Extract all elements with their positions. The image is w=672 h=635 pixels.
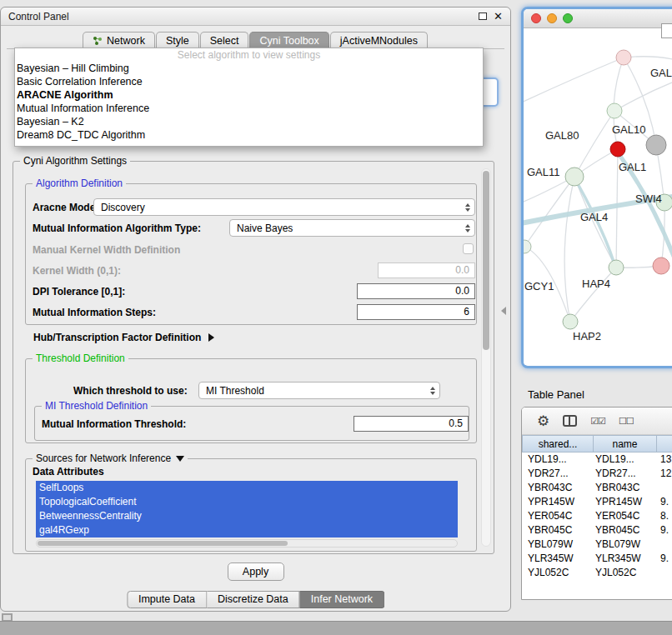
algorithm-option[interactable]: Dream8 DC_TDC Algorithm — [15, 128, 483, 142]
node[interactable] — [609, 260, 624, 275]
tab-label: Select — [210, 35, 239, 47]
table-cell: YBR043C — [522, 481, 594, 495]
tab-label: Network — [107, 35, 145, 47]
table-cell — [657, 566, 672, 580]
algorithm-option[interactable]: ARACNE Algorithm — [15, 88, 483, 102]
float-window-icon[interactable] — [479, 12, 487, 20]
gear-icon[interactable]: ⚙ — [537, 414, 549, 428]
algorithm-option[interactable]: Mutual Information Inference — [15, 102, 483, 115]
tab-network[interactable]: Network — [83, 32, 155, 49]
minimize-traffic-light-icon[interactable] — [547, 13, 557, 23]
tab-jactivemnodules[interactable]: jActiveMNodules — [330, 32, 428, 49]
mi-threshold-definition-title: MI Threshold Definition — [42, 400, 151, 412]
table-cell: YDR27... — [522, 467, 594, 481]
node-gray[interactable] — [646, 135, 666, 155]
table-row[interactable]: YDR27...YDR27...12 — [522, 467, 672, 481]
algorithm-definition-title: Algorithm Definition — [33, 178, 126, 189]
node-label: GAL80 — [545, 129, 579, 142]
node-label: GAL — [650, 67, 672, 79]
algorithm-option[interactable]: Basic Correlation Inference — [15, 75, 483, 88]
table-cell: YDL19... — [594, 452, 657, 467]
tab-select[interactable]: Select — [200, 32, 249, 49]
column-header-name[interactable]: name — [594, 435, 657, 452]
hub-transcription-factor-expander[interactable]: Hub/Transcription Factor Definition — [33, 332, 214, 343]
table-row[interactable]: YBR043CYBR043C — [522, 481, 672, 495]
columns-icon[interactable] — [563, 415, 577, 427]
table-cell: 9. — [657, 495, 672, 509]
mi-steps-field[interactable]: 6 — [357, 304, 475, 320]
node[interactable] — [524, 240, 531, 253]
node[interactable] — [565, 168, 584, 186]
table-cell: 12 — [657, 467, 672, 481]
column-header-shared-name[interactable]: shared... — [522, 435, 594, 452]
select-columns-icon[interactable]: ☑☑ — [590, 416, 605, 427]
table-row[interactable]: YDL19...YDL19...13 — [522, 452, 672, 467]
mi-threshold-definition-group: MI Threshold Definition Mutual Informati… — [34, 406, 469, 441]
table-panel-title: Table Panel — [528, 388, 584, 401]
sources-title[interactable]: Sources for Network Inference — [33, 452, 188, 464]
table-cell — [657, 481, 672, 495]
aracne-mode-label: Aracne Mode: — [33, 202, 98, 213]
node-label: GAL4 — [580, 211, 608, 223]
table-cell: YJL052C — [522, 566, 594, 580]
scrollbar-thumb[interactable] — [38, 541, 288, 546]
birdseye-view[interactable] — [661, 23, 672, 38]
table-row[interactable]: YLR345WYLR345W9. — [522, 552, 672, 566]
mi-algorithm-type-select[interactable]: Naive Bayes — [229, 219, 475, 237]
node[interactable] — [616, 50, 631, 65]
combo-arrows-icon — [425, 387, 435, 395]
attribute-list-item[interactable]: TopologicalCoefficient — [36, 495, 458, 509]
mi-threshold-field[interactable]: 0.5 — [354, 416, 469, 432]
node-selected-red[interactable] — [610, 142, 625, 157]
close-traffic-light-icon[interactable] — [531, 13, 541, 23]
node[interactable] — [563, 314, 578, 329]
deselect-columns-icon[interactable]: ☐☐ — [619, 416, 634, 427]
table-cell: YDL19... — [522, 452, 594, 467]
kernel-width-label: Kernel Width (0,1): — [33, 265, 121, 277]
apply-button[interactable]: Apply — [228, 562, 284, 581]
settings-vertical-scrollbar[interactable] — [481, 168, 491, 547]
manual-kernel-width-label: Manual Kernel Width Definition — [33, 244, 180, 256]
manual-kernel-width-checkbox[interactable] — [463, 243, 474, 254]
attribute-list-item[interactable]: BetweennessCentrality — [36, 509, 458, 523]
aracne-mode-select[interactable]: Discovery — [93, 198, 475, 216]
tab-infer-network[interactable]: Infer Network — [300, 591, 384, 608]
node-pink[interactable] — [653, 258, 669, 274]
dpi-tolerance-field[interactable]: 0.0 — [357, 283, 475, 299]
algorithm-option[interactable]: Bayesian – Hill Climbing — [15, 62, 483, 75]
kernel-width-field[interactable]: 0.0 — [378, 262, 475, 278]
node-label: GCY1 — [524, 280, 554, 292]
table-row[interactable]: YJL052CYJL052C — [522, 566, 672, 580]
zoom-traffic-light-icon[interactable] — [563, 13, 573, 23]
attributes-horizontal-scrollbar[interactable] — [36, 539, 458, 548]
node[interactable] — [607, 103, 622, 118]
network-canvas[interactable]: GAL GAL80 GAL10 GAL11 GAL1 SWI4 GAL4 GCY… — [524, 28, 672, 365]
tab-discretize-data[interactable]: Discretize Data — [207, 591, 300, 608]
table-row[interactable]: YBL079WYBL079W — [522, 538, 672, 552]
tab-cyni-toolbox[interactable]: Cyni Toolbox — [249, 32, 328, 49]
table-cell: 9. — [657, 552, 672, 566]
column-header-partial[interactable] — [657, 435, 672, 452]
scrollbar-thumb[interactable] — [483, 171, 489, 350]
tab-style[interactable]: Style — [156, 32, 199, 49]
node-label: HAP2 — [573, 330, 601, 342]
attribute-list-item[interactable]: gal4RGexp — [36, 523, 458, 538]
close-icon[interactable]: ✕ — [494, 11, 503, 22]
table-cell: YER054C — [594, 509, 657, 523]
threshold-definition-group: Threshold Definition Which threshold to … — [25, 358, 477, 443]
algorithm-option[interactable]: Bayesian – K2 — [15, 115, 483, 128]
table-cell: YDR27... — [594, 467, 657, 481]
tab-impute-data[interactable]: Impute Data — [127, 591, 207, 608]
table-header-row: shared... name — [522, 435, 672, 452]
table-row[interactable]: YPR145WYPR145W9. — [522, 495, 672, 509]
attribute-list-item[interactable]: SelfLoops — [36, 481, 458, 495]
which-threshold-select[interactable]: MI Threshold — [198, 382, 440, 399]
table-row[interactable]: YER054CYER054C8. — [522, 509, 672, 523]
mi-type-label: Mutual Information Algorithm Type: — [33, 222, 201, 234]
expand-right-icon — [208, 333, 214, 342]
mi-type-value: Naive Bayes — [237, 222, 293, 234]
table-row[interactable]: YBR045CYBR045C9. — [522, 523, 672, 538]
table-cell: 9. — [657, 523, 672, 538]
panel-splitter-arrow-icon[interactable] — [501, 307, 506, 315]
window-controls: ✕ — [479, 11, 503, 22]
